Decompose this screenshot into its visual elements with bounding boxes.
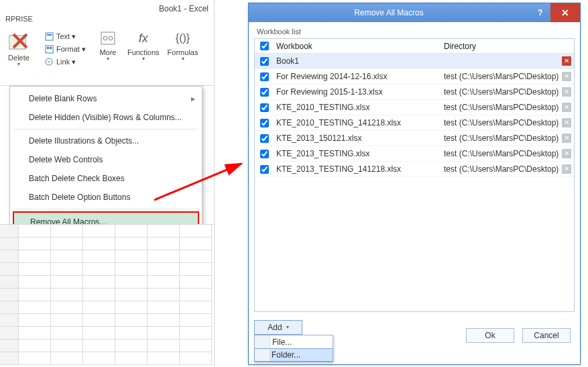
cell[interactable] [180, 289, 212, 301]
cell[interactable] [0, 301, 19, 314]
cell[interactable] [115, 238, 148, 250]
cell[interactable] [51, 238, 83, 250]
row-checkbox[interactable] [260, 134, 269, 143]
cell[interactable] [0, 225, 19, 238]
cell[interactable] [83, 250, 115, 263]
add-menu-folder[interactable]: Folder... [254, 348, 333, 362]
cell[interactable] [83, 327, 115, 339]
table-row[interactable]: KTE_2013_150121.xlsxtest (C:\Users\MarsP… [255, 131, 574, 146]
cancel-button[interactable]: Cancel [522, 328, 571, 343]
cell[interactable] [51, 250, 83, 263]
cell[interactable] [51, 327, 83, 339]
ok-button[interactable]: Ok [466, 328, 514, 343]
functions-button[interactable]: fx Functions ▾ [127, 30, 160, 62]
cell[interactable] [0, 289, 19, 301]
remove-row-button[interactable]: ✕ [562, 72, 571, 81]
row-checkbox[interactable] [260, 88, 269, 97]
row-checkbox[interactable] [260, 150, 269, 158]
cell[interactable] [180, 339, 212, 352]
cell[interactable] [19, 352, 51, 365]
cell[interactable] [0, 250, 19, 263]
remove-row-button[interactable]: ✕ [562, 134, 571, 143]
cell[interactable] [83, 314, 115, 327]
help-button[interactable]: ? [529, 3, 550, 22]
cell[interactable] [83, 225, 115, 238]
row-checkbox[interactable] [260, 165, 269, 174]
cell[interactable] [115, 327, 148, 339]
table-row[interactable]: KTE_2010_TESTING.xlsxtest (C:\Users\Mars… [255, 100, 574, 115]
cell[interactable] [51, 263, 83, 276]
table-row[interactable]: KTE_2013_TESTING.xlsxtest (C:\Users\Mars… [255, 146, 574, 162]
cell[interactable] [115, 301, 148, 314]
cell[interactable] [19, 301, 51, 314]
cell[interactable] [115, 263, 148, 276]
ribbon-tab[interactable]: RPRISE [0, 13, 214, 27]
cell[interactable] [51, 289, 83, 301]
cell[interactable] [148, 352, 180, 365]
cell[interactable] [0, 238, 19, 250]
cell[interactable] [115, 250, 148, 263]
cell[interactable] [19, 339, 51, 352]
remove-row-button[interactable]: ✕ [562, 87, 571, 97]
cell[interactable] [19, 263, 51, 276]
cell[interactable] [115, 276, 148, 289]
row-checkbox[interactable] [260, 119, 269, 127]
cell[interactable] [51, 276, 83, 289]
cell[interactable] [0, 352, 19, 365]
cell[interactable] [51, 352, 83, 365]
cell[interactable] [148, 225, 180, 238]
cell[interactable] [115, 225, 148, 238]
cell[interactable] [19, 250, 51, 263]
cell[interactable] [0, 339, 19, 352]
cell[interactable] [83, 289, 115, 301]
table-row[interactable]: Book1✕ [255, 54, 574, 69]
remove-row-button[interactable]: ✕ [562, 103, 571, 112]
cell[interactable] [115, 339, 148, 352]
cell[interactable] [115, 289, 148, 301]
cell[interactable] [19, 225, 51, 238]
cell[interactable] [180, 225, 212, 238]
menu-delete-web[interactable]: Delete Web Controls [10, 150, 202, 169]
cell[interactable] [180, 250, 212, 263]
link-button[interactable]: Link ▾ [42, 56, 89, 67]
cell[interactable] [148, 238, 180, 250]
menu-delete-hidden[interactable]: Delete Hidden (Visible) Rows & Columns..… [10, 108, 202, 127]
row-checkbox[interactable] [260, 103, 269, 112]
cell[interactable] [19, 276, 51, 289]
remove-row-button[interactable]: ✕ [562, 149, 571, 158]
cell[interactable] [148, 276, 180, 289]
cell[interactable] [0, 314, 19, 327]
cell[interactable] [0, 276, 19, 289]
cell[interactable] [180, 352, 212, 365]
dialog-titlebar[interactable]: Remove All Macros ? ✕ [249, 3, 580, 22]
cell[interactable] [148, 339, 180, 352]
col-workbook[interactable]: Workbook [274, 42, 441, 51]
cell[interactable] [19, 289, 51, 301]
table-row[interactable]: For Reviewing 2014-12-16.xlsxtest (C:\Us… [255, 69, 574, 85]
cell[interactable] [0, 327, 19, 339]
cell[interactable] [148, 327, 180, 339]
cell[interactable] [83, 263, 115, 276]
cell[interactable] [180, 301, 212, 314]
table-row[interactable]: KTE_2010_TESTING_141218.xlsxtest (C:\Use… [255, 115, 574, 131]
cell[interactable] [148, 301, 180, 314]
cell[interactable] [148, 314, 180, 327]
remove-row-button[interactable]: ✕ [562, 56, 571, 66]
text-button[interactable]: Text ▾ [42, 31, 89, 42]
cell[interactable] [148, 263, 180, 276]
cell[interactable] [115, 352, 148, 365]
menu-delete-illustrations[interactable]: Delete Illustrations & Objects... [10, 132, 202, 150]
add-menu-file[interactable]: File... [255, 335, 333, 349]
remove-row-button[interactable]: ✕ [562, 118, 571, 127]
cell[interactable] [148, 289, 180, 301]
remove-row-button[interactable]: ✕ [562, 164, 571, 174]
cell[interactable] [83, 352, 115, 365]
row-checkbox[interactable] [260, 72, 269, 81]
cell[interactable] [180, 238, 212, 250]
menu-batch-checkboxes[interactable]: Batch Delete Check Boxes [10, 169, 202, 188]
cell[interactable] [19, 327, 51, 339]
cell[interactable] [180, 263, 212, 276]
spreadsheet-grid[interactable] [0, 224, 214, 367]
cell[interactable] [19, 314, 51, 327]
delete-split-button[interactable]: Delete ▾ [4, 30, 34, 68]
